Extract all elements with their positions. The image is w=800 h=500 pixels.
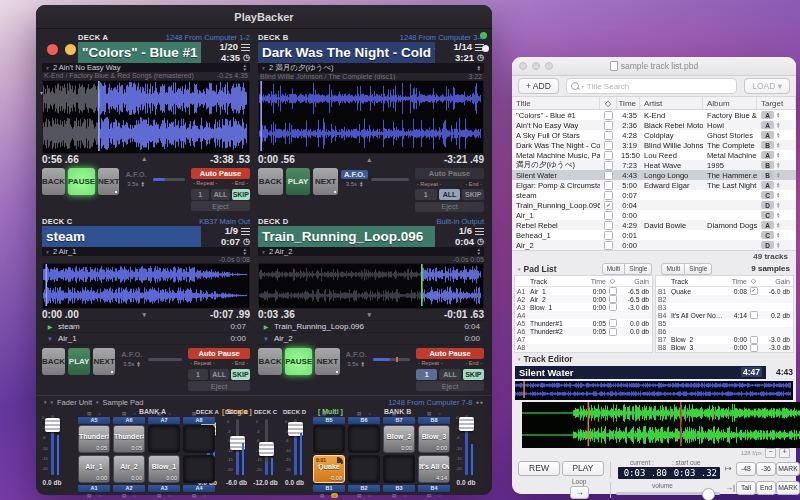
collapse-chevron[interactable]: ▴ xyxy=(368,156,372,164)
play-button[interactable]: PLAY xyxy=(68,348,90,375)
pad-out-icon[interactable]: ○ xyxy=(168,493,171,498)
sample-pad-a7[interactable] xyxy=(148,425,180,453)
table-row[interactable]: Train_Running_Loop.096✓0:04D▲▼ xyxy=(512,200,796,210)
pad-checkbox[interactable] xyxy=(609,295,617,303)
crossfade-slider[interactable] xyxy=(148,358,182,361)
current-time-field[interactable]: 0:03 .80 xyxy=(618,467,670,479)
pad-list-row[interactable]: B7Blow_20:00-3.0 db xyxy=(656,336,793,344)
stepper-icon[interactable]: ▲▼ xyxy=(243,64,247,71)
pad-list-row[interactable]: B6 xyxy=(656,327,793,335)
repeat-all-button[interactable]: ALL xyxy=(211,189,229,200)
next-button[interactable]: NEXT xyxy=(313,168,338,195)
pad-edit-icon[interactable]: ▤ xyxy=(122,493,126,498)
repeat-skip-button[interactable]: SKIP xyxy=(462,189,484,200)
pause-button[interactable]: PAUSE xyxy=(68,168,95,195)
deck-waveform[interactable] xyxy=(258,80,484,154)
waveform-canvas[interactable] xyxy=(259,264,481,306)
stepper-icon[interactable]: ▲▼ xyxy=(776,212,780,219)
pause-button[interactable]: PAUSE xyxy=(285,348,312,375)
pad-list-row[interactable]: B3 xyxy=(656,303,793,311)
pad-list-row[interactable]: B4It's All Over No…4:140.2 db xyxy=(656,311,793,319)
library-titlebar[interactable]: sample track list.pbd xyxy=(512,57,796,76)
afo-button[interactable]: A.F.O. xyxy=(118,350,145,359)
stepper-icon[interactable]: ▲▼ xyxy=(776,182,780,189)
col-check[interactable]: ◇ xyxy=(606,277,619,285)
stepper-icon[interactable]: ▲▼ xyxy=(776,112,780,119)
search-input[interactable]: ▾ Title Search xyxy=(566,78,737,94)
pad-checkbox[interactable] xyxy=(750,336,758,344)
stepper-icon[interactable]: ▲▼ xyxy=(243,248,247,255)
row-checkbox[interactable] xyxy=(604,111,613,120)
target-badge[interactable]: C xyxy=(761,211,774,219)
pad-out-icon[interactable]: ○ xyxy=(168,411,171,416)
next-button[interactable]: NEXT xyxy=(98,168,119,195)
back-button[interactable]: BACK xyxy=(258,168,283,195)
fader-track[interactable]: 0-3-6-10-15-20 xyxy=(281,418,308,476)
collapse-chevron[interactable]: ▴ xyxy=(143,155,147,163)
minimize-button[interactable] xyxy=(532,62,540,70)
sample-pad-b3[interactable] xyxy=(383,455,415,483)
sample-pad-b5[interactable] xyxy=(313,425,345,453)
pad-edit-icon[interactable]: ▤ xyxy=(357,493,361,498)
sample-pad-b4[interactable]: It's All Ov…4:14 xyxy=(418,455,450,483)
stepper-icon[interactable]: ▲▼ xyxy=(359,181,363,188)
fader-cap[interactable] xyxy=(45,418,60,432)
stepper-icon[interactable]: ▲▼ xyxy=(776,132,780,139)
pad-edit-icon[interactable]: ▤ xyxy=(320,493,324,498)
row-checkbox[interactable] xyxy=(604,241,613,250)
repeat-skip-button[interactable]: SKIP xyxy=(231,369,250,380)
pad-checkbox[interactable] xyxy=(609,287,617,295)
zoom-out-button[interactable]: − xyxy=(765,448,776,458)
table-row[interactable]: Air_20:00D▲▼ xyxy=(512,240,796,250)
playlist-icon[interactable] xyxy=(475,228,484,235)
fader-cap[interactable] xyxy=(459,417,474,431)
pad-checkbox[interactable]: ✓ xyxy=(750,287,758,295)
stepper-icon[interactable]: ▲▼ xyxy=(477,248,481,255)
pad-out-icon[interactable]: ○ xyxy=(98,411,101,416)
track-list-item[interactable]: ▶steam0:07 xyxy=(42,320,250,332)
repeat-1-button[interactable]: 1 xyxy=(416,369,437,380)
waveform-canvas[interactable] xyxy=(43,264,247,306)
pad-list-row[interactable]: A4 xyxy=(515,311,652,319)
pad-list-row[interactable]: B2 xyxy=(656,295,793,303)
deck-subtrack-row[interactable]: ▼2 Ain't No Easy Way▲▼ xyxy=(42,63,250,72)
back-button[interactable]: BACK xyxy=(258,348,282,375)
target-badge[interactable]: B xyxy=(761,171,774,179)
target-badge[interactable]: A xyxy=(761,121,774,129)
pad-out-icon[interactable]: ○ xyxy=(133,411,136,416)
grid-icon[interactable]: ▪▪ xyxy=(476,398,484,407)
sample-pad-b6[interactable] xyxy=(348,425,380,453)
sample-pad-b8[interactable]: Blow_30:00 xyxy=(418,425,450,453)
row-checkbox[interactable] xyxy=(604,151,613,160)
stepper-icon[interactable]: ▲▼ xyxy=(477,65,481,72)
pad-edit-icon[interactable]: ▤ xyxy=(157,411,161,416)
collapse-chevron[interactable]: ▾ xyxy=(368,311,372,319)
pad-edit-icon[interactable]: ▤ xyxy=(87,411,91,416)
stepper-icon[interactable]: ▲▼ xyxy=(776,162,780,169)
column-header-Title[interactable]: Title xyxy=(512,97,600,109)
pad-checkbox[interactable] xyxy=(750,311,758,319)
deck-track-title[interactable]: "Colors" - Blue #1 xyxy=(78,42,201,63)
chevron-down-icon[interactable]: ▾ xyxy=(51,399,54,405)
load-button[interactable]: LOAD ▾ xyxy=(744,78,790,94)
pad-list-row[interactable]: A8 xyxy=(515,344,652,352)
chevron-down-icon[interactable]: ▾ xyxy=(96,399,99,405)
table-row[interactable]: A Sky Full Of Stars4:28ColdplayGhost Sto… xyxy=(512,130,796,140)
deck-waveform[interactable] xyxy=(42,80,250,154)
table-row[interactable]: Elgar: Pomp & Circumstanc…5:00Edward Elg… xyxy=(512,180,796,190)
repeat-1-button[interactable]: 1 xyxy=(415,189,437,200)
repeat-1-button[interactable]: 1 xyxy=(191,189,209,200)
fader-track[interactable]: 0-3-6-10-15-20 xyxy=(223,418,250,476)
table-row[interactable]: "Colors" - Blue #14:35K-EndFactory Blue … xyxy=(512,110,796,120)
pad-list-row[interactable]: A5Thunder#10:050.0 db xyxy=(515,319,652,327)
table-row[interactable]: Air_10:00C▲▼ xyxy=(512,210,796,220)
sample-pad-a3[interactable]: Blow_10:00 xyxy=(148,455,180,483)
loop-button[interactable]: → xyxy=(570,486,589,499)
col-gain[interactable]: Gain xyxy=(760,278,793,285)
deck-track-title[interactable]: Train_Running_Loop.096 xyxy=(258,226,435,247)
pad-checkbox[interactable] xyxy=(609,319,617,327)
target-badge[interactable]: D xyxy=(761,241,774,249)
column-header-Album[interactable]: Album xyxy=(703,97,757,109)
pad-out-icon[interactable]: ○ xyxy=(438,493,441,498)
col-time[interactable]: Time xyxy=(727,278,747,285)
